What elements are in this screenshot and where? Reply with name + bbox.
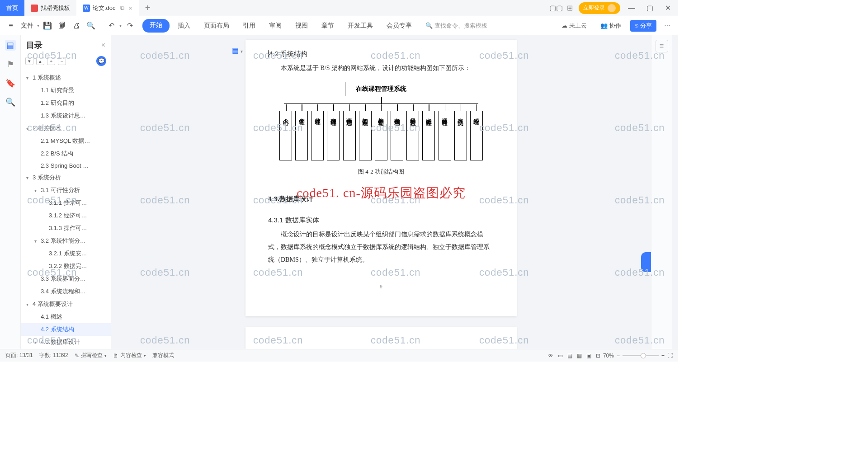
menu-页面布局[interactable]: 页面布局 [198, 19, 235, 33]
outline-item[interactable]: ▾2 相关技术 [21, 122, 111, 135]
close-icon[interactable]: × [129, 5, 132, 12]
compat-mode[interactable]: 兼容模式 [152, 352, 174, 359]
menu-审阅[interactable]: 审阅 [264, 19, 287, 33]
menu-引用[interactable]: 引用 [237, 19, 261, 33]
tab-home[interactable]: 首页 [0, 0, 24, 16]
eye-mode-icon[interactable]: 👁 [548, 353, 553, 359]
statusbar: 页面: 13/31 字数: 11392 ✎拼写检查 ▾ 🗎内容检查 ▾ 兼容模式… [0, 349, 678, 362]
zoom-fit-icon[interactable]: ⊡ [596, 353, 600, 359]
ribbon-menu: 开始插入页面布局引用审阅视图章节开发工具会员专享 [142, 19, 417, 33]
chat-icon[interactable]: 💬 [96, 56, 106, 66]
preview-icon[interactable]: 🔍 [85, 19, 97, 32]
outline-item[interactable]: ▾3.2 系统性能分… [21, 235, 111, 247]
collab-label: 协作 [609, 22, 621, 30]
zoom-out-icon[interactable]: − [617, 353, 620, 359]
chevron-down-icon[interactable]: ▾ [26, 126, 32, 131]
undo-icon[interactable]: ↶ [105, 19, 118, 32]
paragraph: 本系统是基于 B/S 架构的网站系统，设计的功能结构图如下图所示： [268, 62, 494, 75]
minimize-button[interactable]: — [625, 1, 638, 15]
chevron-down-icon[interactable]: ▾ [34, 340, 40, 345]
outline-item[interactable]: 3.1.1 技术可… [21, 197, 111, 209]
remove-icon[interactable]: − [58, 57, 66, 65]
tab-add[interactable]: + [139, 3, 157, 13]
outline-item[interactable]: 2.3 Spring Boot … [21, 160, 111, 171]
tab-template[interactable]: 找稻壳模板 [24, 0, 76, 16]
outline-item[interactable]: ▾4.3.数据库设计 [21, 336, 111, 348]
popout-icon[interactable]: ⧉ [120, 5, 124, 12]
feedback-tab[interactable] [641, 252, 651, 272]
menu-插入[interactable]: 插入 [172, 19, 196, 33]
menu-章节[interactable]: 章节 [316, 19, 340, 33]
expand-all-icon[interactable]: ▴ [36, 57, 44, 65]
outline-item[interactable]: 3.1.3 操作可… [21, 222, 111, 235]
spell-check[interactable]: ✎拼写检查 ▾ [75, 352, 107, 359]
zoom-slider[interactable] [623, 355, 659, 356]
content-check[interactable]: 🗎内容检查 ▾ [113, 352, 146, 359]
outline-item[interactable]: 3.2.2 数据完… [21, 260, 111, 273]
print-icon[interactable]: 🖨 [70, 19, 83, 32]
layout-icon[interactable]: ▢▢ [552, 4, 561, 13]
zoom-in-icon[interactable]: + [661, 353, 665, 359]
add-icon[interactable]: + [47, 57, 55, 65]
redo-icon[interactable]: ↷ [123, 19, 136, 32]
view-read-icon[interactable]: ▣ [586, 353, 591, 359]
fullscreen-icon[interactable]: ⛶ [667, 353, 673, 359]
outline-item[interactable]: ▾3.1 可行性分析 [21, 184, 111, 197]
close-button[interactable]: ✕ [661, 1, 675, 15]
view-web-icon[interactable]: ▦ [577, 353, 582, 359]
outline-close-icon[interactable]: × [101, 41, 105, 49]
menu-会员专享[interactable]: 会员专享 [381, 19, 417, 33]
bookmark-icon[interactable]: 🔖 [5, 78, 16, 89]
outline-item[interactable]: 2.1 MYSQL 数据… [21, 135, 111, 147]
menu-开发工具[interactable]: 开发工具 [342, 19, 378, 33]
menu-视图[interactable]: 视图 [290, 19, 313, 33]
cloud-button[interactable]: ☁未上云 [557, 20, 591, 32]
outline-item[interactable]: 1.3 系统设计思… [21, 109, 111, 122]
outline-item[interactable]: 1.2 研究目的 [21, 97, 111, 109]
chevron-down-icon[interactable]: ▾ [26, 75, 32, 80]
save-icon[interactable]: 💾 [41, 19, 54, 32]
maximize-button[interactable]: ▢ [643, 1, 656, 15]
chevron-down-icon[interactable]: ▾ [26, 175, 32, 180]
view-page-icon[interactable]: ▭ [558, 353, 563, 359]
word-count[interactable]: 字数: 11392 [39, 352, 68, 359]
chevron-down-icon[interactable]: ▾ [34, 188, 40, 193]
menu-icon[interactable]: ≡ [5, 19, 17, 32]
outline-item[interactable]: 3.3 系统界面分… [21, 273, 111, 285]
command-search[interactable]: 🔍 查找命令、搜索模板 [425, 22, 487, 30]
apps-icon[interactable]: ⊞ [565, 4, 574, 13]
page-indicator[interactable]: 页面: 13/31 [5, 352, 33, 359]
outline-item[interactable]: 4.2 系统结构 [21, 323, 111, 336]
stamp-icon[interactable]: ⚑ [5, 59, 16, 70]
zoom-control[interactable]: ⊡ 70% − + ⛶ [596, 353, 673, 359]
document-area[interactable]: ▤ ▾ 4.2 系统结构 本系统是基于 B/S 架构的网站系统，设计的功能结构图… [111, 35, 651, 349]
collapse-all-icon[interactable]: ▾ [25, 57, 33, 65]
outline-item[interactable]: 1.1 研究背景 [21, 84, 111, 97]
watermark-red: code51. cn-源码乐园盗图必究 [297, 184, 466, 202]
share-button[interactable]: ⎋分享 [630, 20, 656, 32]
outline-item[interactable]: ▾4 系统概要设计 [21, 298, 111, 310]
collab-button[interactable]: 👥协作 [596, 20, 626, 32]
outline-item[interactable]: 2.2 B/S 结构 [21, 147, 111, 160]
file-menu[interactable]: 文件 [19, 22, 35, 30]
save-as-icon[interactable]: 🗐 [56, 19, 68, 32]
outline-item[interactable]: 3.1.2 经济可… [21, 209, 111, 222]
view-outline-icon[interactable]: ▤ [567, 353, 572, 359]
page-type-icon[interactable]: ▤ ▾ [232, 46, 243, 55]
outline-item[interactable]: 4.3.1 数据库… [21, 348, 111, 349]
tab-document[interactable]: W 论文.doc ⧉ × [76, 0, 139, 16]
outline-icon[interactable]: ▤ [5, 40, 16, 51]
more-icon[interactable]: ··· [661, 19, 674, 32]
menu-开始[interactable]: 开始 [142, 19, 170, 33]
search-panel-icon[interactable]: 🔍 [5, 97, 16, 108]
outline-item[interactable]: 4.1 概述 [21, 310, 111, 323]
chevron-down-icon[interactable]: ▾ [34, 239, 40, 244]
scrollbar-vertical[interactable] [672, 35, 678, 349]
chevron-down-icon[interactable]: ▾ [26, 302, 32, 307]
outline-item[interactable]: 3.2.1 系统安… [21, 247, 111, 260]
outline-item[interactable]: 3.4 系统流程和… [21, 285, 111, 298]
panel-toggle-icon[interactable]: ≡ [656, 40, 668, 52]
outline-item[interactable]: ▾3 系统分析 [21, 171, 111, 184]
outline-item[interactable]: ▾1 系统概述 [21, 71, 111, 84]
login-button[interactable]: 立即登录 [579, 2, 620, 14]
